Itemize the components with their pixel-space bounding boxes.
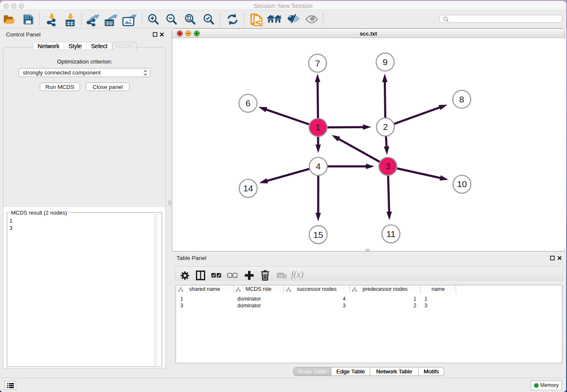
svg-text:11: 11 — [386, 229, 396, 239]
svg-text:8: 8 — [459, 94, 464, 104]
svg-text:10: 10 — [457, 179, 467, 189]
svg-text:2: 2 — [383, 122, 388, 132]
svg-text:4: 4 — [316, 161, 321, 171]
svg-text:1: 1 — [316, 122, 321, 132]
svg-text:15: 15 — [313, 230, 323, 240]
svg-text:9: 9 — [383, 57, 388, 67]
svg-text:7: 7 — [315, 58, 320, 68]
svg-text:6: 6 — [245, 98, 250, 108]
svg-text:3: 3 — [385, 161, 391, 171]
svg-text:14: 14 — [243, 183, 253, 193]
